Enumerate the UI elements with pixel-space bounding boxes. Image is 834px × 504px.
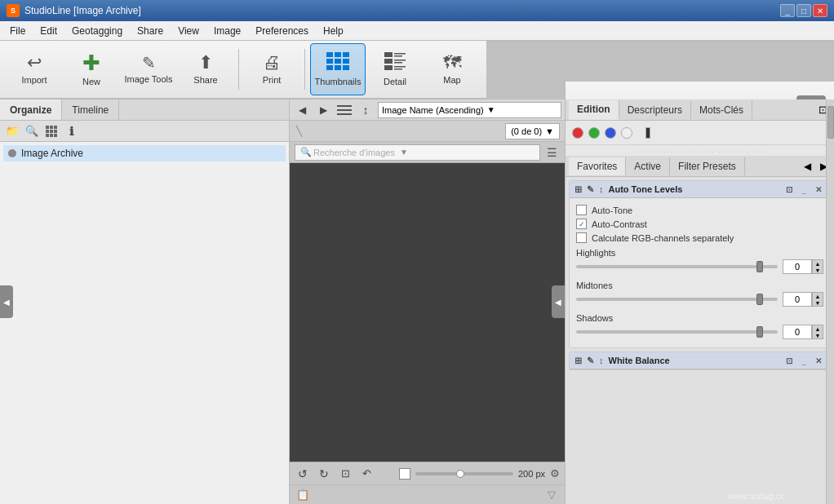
menu-preferences[interactable]: Preferences	[249, 24, 315, 38]
menu-file[interactable]: File	[3, 24, 32, 38]
left-grid-icon[interactable]	[42, 123, 60, 139]
forward-button[interactable]: ▶	[314, 102, 332, 118]
zoom-slider[interactable]	[415, 472, 513, 475]
white-balance-widget: ⊞ ✎ ↕ White Balance ⊡ _ ✕	[569, 351, 831, 370]
active-tab[interactable]: Active	[626, 157, 670, 175]
new-button[interactable]: ✚ New	[64, 43, 119, 95]
descripteurs-tab[interactable]: Descripteurs	[619, 101, 691, 119]
import-button[interactable]: ↩ Import	[7, 43, 62, 95]
auto-tone-checkbox[interactable]	[576, 205, 587, 215]
menu-help[interactable]: Help	[317, 24, 350, 38]
maximize-button[interactable]: □	[796, 4, 811, 17]
map-button[interactable]: 🗺 Map	[424, 43, 480, 95]
menu-geotagging[interactable]: Geotagging	[65, 24, 129, 38]
red-channel-dot[interactable]	[572, 127, 583, 139]
midtones-spinner[interactable]: ▲ ▼	[812, 292, 823, 307]
undo-button[interactable]: ↺	[295, 466, 311, 481]
redo-button[interactable]: ↻	[316, 466, 332, 481]
shadows-up[interactable]: ▲	[813, 325, 823, 332]
close-button[interactable]: ✕	[813, 4, 827, 17]
left-panel-tabs: Organize Timeline	[0, 99, 289, 121]
image-tools-button[interactable]: ✎ Image Tools	[121, 43, 176, 95]
share-button[interactable]: ⬆ Share	[178, 43, 233, 95]
midtones-up[interactable]: ▲	[813, 293, 823, 299]
white-balance-header: ⊞ ✎ ↕ White Balance ⊡ _ ✕	[570, 352, 830, 369]
rgb-channels-checkbox[interactable]	[576, 232, 587, 243]
favorites-tab[interactable]: Favorites	[569, 157, 626, 175]
minimize-button[interactable]: _	[780, 4, 795, 17]
menu-image[interactable]: Image	[207, 24, 247, 38]
shadows-down[interactable]: ▼	[813, 332, 823, 338]
menu-edit[interactable]: Edit	[33, 24, 64, 38]
widget-icon-1: ⊞	[574, 184, 582, 195]
midtones-track[interactable]	[576, 298, 778, 301]
white-channel-dot[interactable]	[621, 127, 632, 139]
svg-rect-6	[326, 65, 333, 70]
dark-channel-dot[interactable]	[645, 127, 650, 139]
mots-cles-tab[interactable]: Mots-Clés	[691, 101, 752, 119]
zoom-settings-icon[interactable]: ⚙	[550, 467, 560, 480]
shadows-spinner[interactable]: ▲ ▼	[812, 325, 823, 339]
metadata-button[interactable]: 📋	[295, 488, 311, 502]
favorites-tabs: Favorites Active Filter Presets ◀ ▶	[566, 156, 834, 177]
filter-button[interactable]: ▽	[543, 488, 560, 502]
svg-rect-26	[54, 130, 57, 133]
rotate-button[interactable]: ↶	[358, 466, 375, 481]
menu-view[interactable]: View	[171, 24, 206, 38]
thumbnails-icon	[326, 52, 349, 73]
auto-tone-levels-header: ⊞ ✎ ↕ Auto Tone Levels ⊡ _ ✕	[570, 181, 830, 198]
left-panel-toggle[interactable]: ◀	[0, 285, 13, 318]
edition-tab[interactable]: Edition	[569, 100, 619, 120]
auto-tone-checkbox-row: Auto-Tone	[576, 203, 823, 217]
back-button[interactable]: ◀	[293, 102, 311, 118]
organize-tab[interactable]: Organize	[0, 99, 62, 120]
widget-close-button[interactable]: ✕	[812, 183, 825, 195]
right-scrollbar[interactable]	[826, 99, 834, 504]
left-info-icon[interactable]: ℹ	[62, 123, 80, 139]
midtones-down[interactable]: ▼	[813, 299, 823, 306]
shadows-thumb[interactable]	[756, 326, 763, 338]
window-title: StudioLine [Image Archive]	[24, 5, 141, 16]
filter-presets-tab[interactable]: Filter Presets	[670, 157, 745, 175]
svg-rect-10	[394, 53, 406, 55]
wb-expand-button[interactable]: ⊡	[783, 355, 796, 366]
wb-close-button[interactable]: ✕	[812, 355, 825, 366]
menu-share[interactable]: Share	[131, 24, 170, 38]
svg-rect-29	[54, 134, 57, 137]
right-scrollbar-thumb[interactable]	[827, 106, 834, 139]
search-input-container[interactable]: 🔍 Recherche d'images ▼	[295, 144, 540, 161]
highlights-spinner[interactable]: ▲ ▼	[812, 259, 823, 274]
shadows-track[interactable]	[576, 330, 778, 334]
timeline-tab[interactable]: Timeline	[62, 99, 119, 120]
auto-contrast-checkbox[interactable]: ✓	[576, 219, 587, 229]
highlights-down[interactable]: ▼	[813, 267, 823, 273]
sort-direction-icon[interactable]: ↕	[357, 102, 375, 118]
highlights-thumb[interactable]	[756, 261, 763, 272]
titlebar: S StudioLine [Image Archive] _ □ ✕	[0, 0, 834, 21]
wb-minimize-button[interactable]: _	[797, 355, 810, 366]
midtones-thumb[interactable]	[756, 294, 763, 305]
left-search-icon[interactable]: 🔍	[23, 123, 41, 139]
highlights-label: Highlights	[576, 248, 823, 258]
green-channel-dot[interactable]	[588, 127, 600, 139]
zoom-thumb[interactable]	[456, 470, 464, 478]
widget-expand-button[interactable]: ⊡	[783, 183, 796, 195]
highlights-track[interactable]	[576, 265, 778, 268]
tree-item-image-archive[interactable]: Image Archive	[3, 145, 286, 161]
widget-minimize-button[interactable]: _	[797, 183, 810, 195]
thumbnails-button[interactable]: Thumbnails	[310, 43, 366, 95]
detail-button[interactable]: Detail	[367, 43, 423, 95]
right-panel-toggle[interactable]: ◀	[552, 285, 565, 318]
highlights-up[interactable]: ▲	[813, 260, 823, 267]
filter-menu-icon[interactable]: ☰	[543, 144, 560, 161]
blue-channel-dot[interactable]	[605, 127, 616, 139]
fav-prev-button[interactable]: ◀	[800, 159, 814, 174]
sort-selector[interactable]: Image Name (Ascending) ▼	[378, 102, 561, 118]
print-button[interactable]: 🖨 Print	[244, 43, 299, 95]
preview-checkbox[interactable]	[399, 468, 410, 480]
view-options-button[interactable]	[335, 102, 353, 118]
crop-button[interactable]: ⊡	[337, 466, 353, 481]
tree-item-label: Image Archive	[21, 148, 83, 159]
left-folder-icon[interactable]: 📁	[3, 123, 21, 139]
rgb-channels-label: Calculate RGB-channels separately	[592, 233, 734, 243]
